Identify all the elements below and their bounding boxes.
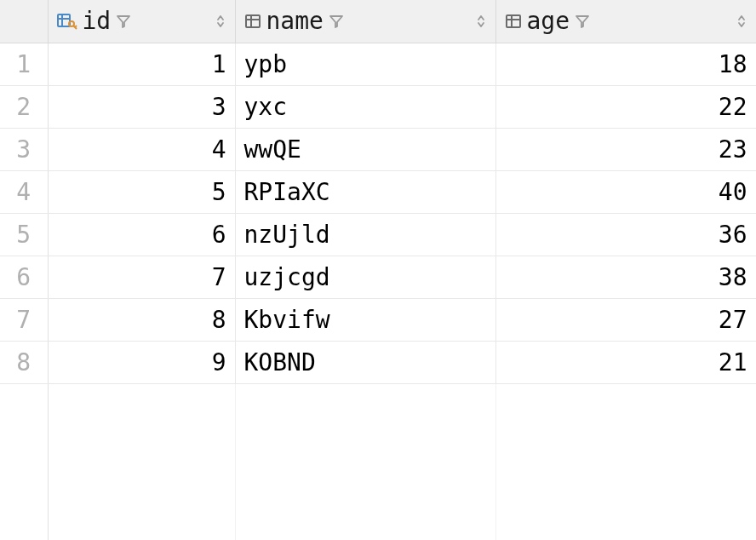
row-number[interactable]: 7 bbox=[0, 298, 48, 341]
table-body: 1 1 ypb 18 2 3 yxc 22 3 4 wwQE 23 4 5 RP… bbox=[0, 43, 756, 540]
cell-name[interactable]: wwQE bbox=[235, 128, 495, 170]
sort-icon[interactable] bbox=[475, 14, 487, 29]
sort-icon[interactable] bbox=[736, 14, 747, 29]
cell-age[interactable]: 36 bbox=[495, 213, 756, 256]
cell-age[interactable]: 38 bbox=[495, 256, 756, 298]
table-row[interactable]: 8 9 KOBND 21 bbox=[0, 341, 756, 383]
table-row[interactable]: 2 3 yxc 22 bbox=[0, 85, 756, 128]
row-number[interactable]: 5 bbox=[0, 213, 48, 256]
cell-name[interactable]: nzUjld bbox=[235, 213, 495, 256]
column-header-id[interactable]: id bbox=[48, 0, 235, 43]
cell-name[interactable]: uzjcgd bbox=[235, 256, 495, 298]
row-number[interactable]: 1 bbox=[0, 43, 48, 85]
empty-row bbox=[0, 511, 756, 540]
filter-icon[interactable] bbox=[329, 14, 344, 29]
cell-age[interactable]: 18 bbox=[495, 43, 756, 85]
row-number[interactable]: 2 bbox=[0, 85, 48, 128]
cell-id[interactable]: 5 bbox=[48, 170, 235, 213]
cell-age[interactable]: 21 bbox=[495, 341, 756, 383]
column-label: id bbox=[83, 7, 112, 35]
column-label: age bbox=[527, 7, 570, 35]
cell-id[interactable]: 4 bbox=[48, 128, 235, 170]
table-row[interactable]: 7 8 Kbvifw 27 bbox=[0, 298, 756, 341]
row-number[interactable]: 4 bbox=[0, 170, 48, 213]
cell-id[interactable]: 1 bbox=[48, 43, 235, 85]
table-row[interactable]: 4 5 RPIaXC 40 bbox=[0, 170, 756, 213]
cell-name[interactable]: KOBND bbox=[235, 341, 495, 383]
cell-name[interactable]: yxc bbox=[235, 85, 495, 128]
row-number[interactable]: 6 bbox=[0, 256, 48, 298]
column-label: name bbox=[266, 7, 324, 35]
sort-icon[interactable] bbox=[215, 14, 226, 29]
data-table: id bbox=[0, 0, 756, 540]
row-number[interactable]: 3 bbox=[0, 128, 48, 170]
cell-age[interactable]: 22 bbox=[495, 85, 756, 128]
table-row[interactable]: 1 1 ypb 18 bbox=[0, 43, 756, 85]
empty-row bbox=[0, 468, 756, 511]
table-header-row: id bbox=[0, 0, 756, 43]
primary-key-icon bbox=[57, 13, 77, 30]
cell-id[interactable]: 8 bbox=[48, 298, 235, 341]
cell-age[interactable]: 27 bbox=[495, 298, 756, 341]
filter-icon[interactable] bbox=[575, 14, 590, 29]
row-number-header[interactable] bbox=[0, 0, 48, 43]
cell-name[interactable]: Kbvifw bbox=[235, 298, 495, 341]
cell-name[interactable]: ypb bbox=[235, 43, 495, 85]
svg-rect-6 bbox=[246, 15, 260, 27]
table-row[interactable]: 6 7 uzjcgd 38 bbox=[0, 256, 756, 298]
table-row[interactable]: 3 4 wwQE 23 bbox=[0, 128, 756, 170]
empty-row bbox=[0, 383, 756, 426]
cell-id[interactable]: 6 bbox=[48, 213, 235, 256]
svg-line-5 bbox=[75, 26, 77, 27]
cell-name[interactable]: RPIaXC bbox=[235, 170, 495, 213]
cell-id[interactable]: 7 bbox=[48, 256, 235, 298]
cell-age[interactable]: 23 bbox=[495, 128, 756, 170]
filter-icon[interactable] bbox=[116, 14, 131, 29]
cell-id[interactable]: 9 bbox=[48, 341, 235, 383]
cell-age[interactable]: 40 bbox=[495, 170, 756, 213]
column-header-age[interactable]: age bbox=[495, 0, 756, 43]
row-number[interactable]: 8 bbox=[0, 341, 48, 383]
column-icon bbox=[505, 14, 522, 29]
cell-id[interactable]: 3 bbox=[48, 85, 235, 128]
svg-rect-9 bbox=[507, 15, 520, 27]
column-header-name[interactable]: name bbox=[235, 0, 495, 43]
svg-rect-0 bbox=[58, 14, 70, 26]
table-row[interactable]: 5 6 nzUjld 36 bbox=[0, 213, 756, 256]
empty-row bbox=[0, 426, 756, 468]
column-icon bbox=[244, 14, 261, 29]
